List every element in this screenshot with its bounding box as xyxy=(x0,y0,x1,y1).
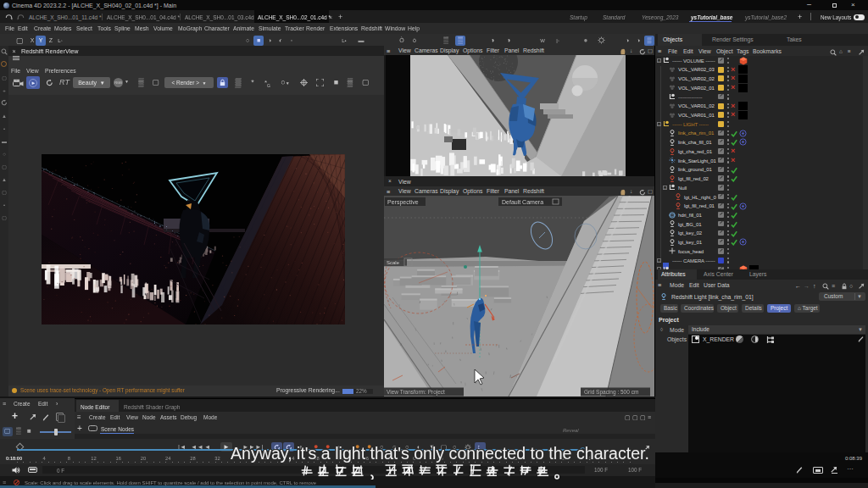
svg-text:Perspective: Perspective xyxy=(387,199,419,206)
svg-text:View Transform: Project: View Transform: Project xyxy=(387,389,445,396)
svg-text:Scale: Scale xyxy=(387,260,400,265)
svg-text:Default Camera: Default Camera xyxy=(502,199,543,205)
svg-text:Grid Spacing : 500 cm: Grid Spacing : 500 cm xyxy=(584,389,638,396)
